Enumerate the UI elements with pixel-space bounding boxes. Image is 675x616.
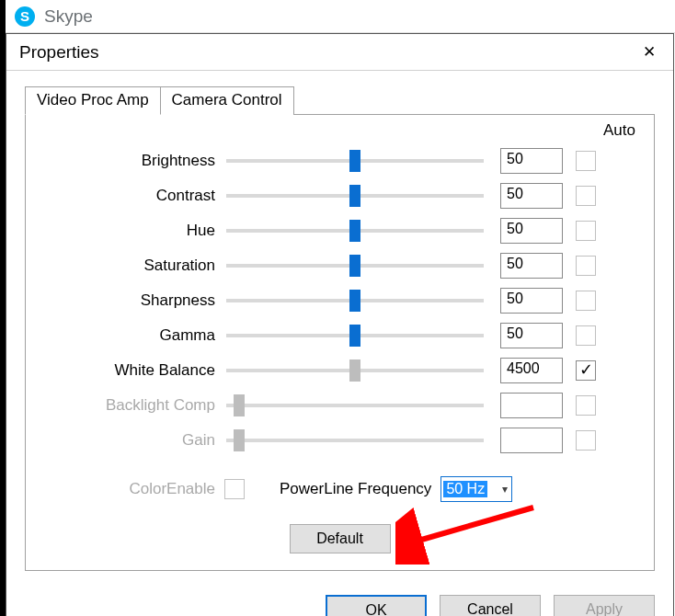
auto-checkbox: [576, 256, 596, 276]
apply-button[interactable]: Apply: [554, 595, 655, 616]
slider-thumb: [234, 394, 245, 416]
tab-camera-control[interactable]: Camera Control: [160, 86, 294, 115]
property-slider[interactable]: [226, 369, 484, 372]
slider-thumb: [234, 429, 245, 451]
property-slider[interactable]: [226, 299, 484, 302]
property-slider[interactable]: [226, 194, 484, 198]
colorenable-label: ColorEnable: [42, 480, 224, 498]
property-row: Contrast50: [42, 178, 637, 213]
cancel-button[interactable]: Cancel: [440, 595, 541, 616]
ok-button[interactable]: OK: [326, 595, 427, 616]
property-row: White Balance4500: [42, 353, 637, 388]
property-value-input: [500, 393, 563, 418]
powerline-value: 50 Hz: [443, 481, 487, 497]
property-label: Sharpness: [42, 291, 226, 310]
powerline-label: PowerLine Frequency: [280, 480, 431, 498]
slider-thumb[interactable]: [349, 325, 360, 347]
slider-thumb[interactable]: [349, 185, 360, 207]
property-slider: [226, 404, 484, 407]
property-row: Sharpness50: [42, 283, 637, 318]
auto-column-header: Auto: [42, 121, 637, 140]
auto-checkbox: [576, 221, 596, 241]
property-value-input[interactable]: 50: [500, 323, 563, 348]
dialog-title: Properties: [19, 42, 99, 63]
slider-thumb[interactable]: [349, 359, 360, 382]
slider-thumb[interactable]: [349, 255, 360, 277]
auto-checkbox: [576, 325, 596, 346]
property-value-input[interactable]: 50: [500, 218, 563, 244]
property-label: Contrast: [42, 187, 226, 205]
slider-thumb[interactable]: [349, 290, 360, 312]
colorenable-checkbox[interactable]: [224, 479, 245, 499]
property-slider[interactable]: [226, 264, 484, 268]
auto-checkbox: [576, 151, 596, 171]
property-row: Saturation50: [42, 248, 637, 283]
skype-titlebar: Skype: [6, 0, 675, 33]
property-label: Gain: [42, 431, 226, 450]
auto-checkbox: [576, 395, 596, 416]
skype-logo-icon: [15, 6, 35, 27]
auto-checkbox: [576, 430, 596, 451]
close-icon[interactable]: ✕: [638, 41, 660, 63]
property-value-input[interactable]: 50: [500, 183, 563, 209]
property-value-input[interactable]: 50: [500, 288, 563, 314]
property-slider[interactable]: [226, 334, 484, 337]
property-row: Hue50: [42, 213, 637, 248]
properties-dialog: Properties ✕ Video Proc Amp Camera Contr…: [6, 33, 674, 616]
property-row: Gamma50: [42, 318, 637, 353]
app-name: Skype: [44, 6, 93, 27]
property-label: Saturation: [42, 257, 226, 275]
property-value-input[interactable]: 50: [500, 148, 563, 174]
property-row: Backlight Comp: [42, 388, 637, 423]
slider-thumb[interactable]: [349, 220, 360, 242]
property-label: Brightness: [42, 152, 226, 170]
property-slider: [226, 439, 484, 442]
property-row: Brightness50: [42, 143, 637, 178]
tab-video-proc-amp[interactable]: Video Proc Amp: [25, 86, 161, 115]
tab-panel-video-proc-amp: Auto Brightness50Contrast50Hue50Saturati…: [25, 114, 655, 571]
auto-checkbox: [576, 186, 596, 206]
property-value-input[interactable]: 50: [500, 253, 563, 279]
auto-checkbox[interactable]: [576, 360, 596, 381]
property-value-input: [500, 428, 563, 453]
slider-thumb[interactable]: [349, 150, 360, 172]
property-slider[interactable]: [226, 159, 484, 163]
property-label: Hue: [42, 222, 226, 240]
auto-checkbox: [576, 291, 596, 311]
property-label: White Balance: [42, 361, 226, 380]
tab-strip: Video Proc Amp Camera Control: [25, 86, 655, 115]
chevron-down-icon: ▾: [502, 483, 508, 496]
property-label: Backlight Comp: [42, 396, 226, 415]
powerline-select[interactable]: 50 Hz ▾: [440, 476, 512, 502]
default-button[interactable]: Default: [290, 524, 391, 553]
property-row: Gain: [42, 423, 637, 458]
property-label: Gamma: [42, 326, 226, 345]
dialog-footer: OK Cancel Apply: [6, 584, 673, 616]
dialog-titlebar: Properties ✕: [6, 34, 673, 71]
property-slider[interactable]: [226, 229, 484, 233]
property-value-input[interactable]: 4500: [500, 358, 563, 383]
